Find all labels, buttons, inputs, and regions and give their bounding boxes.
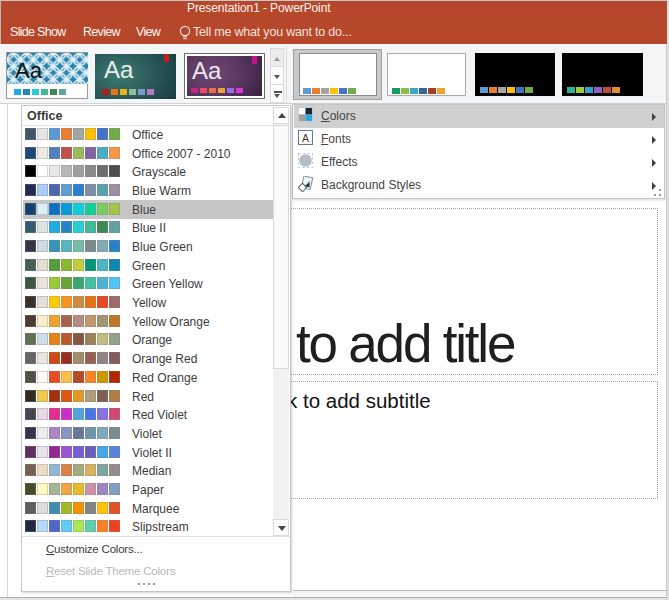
svg-text:A: A [301, 132, 308, 144]
